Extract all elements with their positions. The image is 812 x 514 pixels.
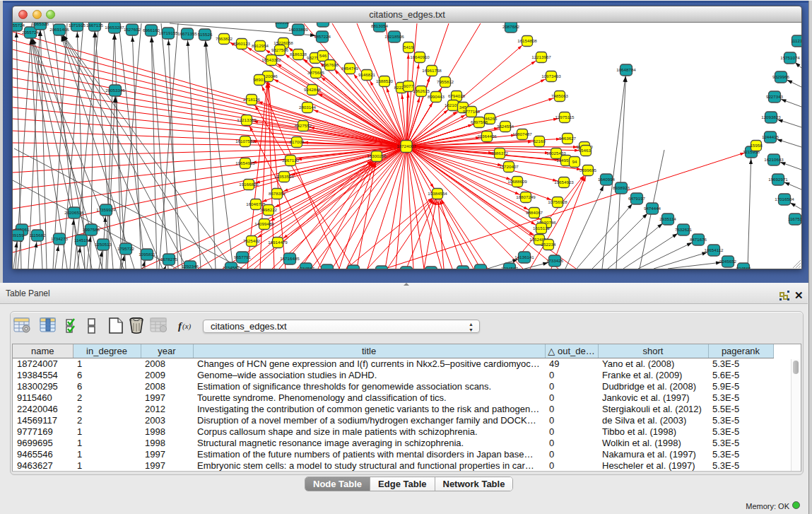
svg-text:12975115: 12975115 bbox=[555, 115, 575, 119]
svg-text:19654925: 19654925 bbox=[235, 160, 255, 165]
svg-text:12213967: 12213967 bbox=[531, 54, 551, 59]
svg-text:15751074: 15751074 bbox=[780, 55, 800, 60]
svg-text:62160: 62160 bbox=[533, 139, 546, 144]
svg-text:9474444: 9474444 bbox=[644, 206, 661, 211]
svg-text:14136141: 14136141 bbox=[514, 255, 534, 259]
svg-text:114519: 114519 bbox=[74, 238, 89, 243]
svg-text:8678352: 8678352 bbox=[269, 191, 286, 196]
svg-text:10648784: 10648784 bbox=[616, 67, 636, 72]
svg-text:7857224: 7857224 bbox=[314, 34, 331, 39]
svg-text:1234567: 1234567 bbox=[501, 266, 519, 269]
svg-text:7986372: 7986372 bbox=[491, 151, 509, 156]
svg-text:19166825: 19166825 bbox=[239, 182, 259, 187]
svg-text:7663822: 7663822 bbox=[216, 36, 233, 41]
svg-text:98901: 98901 bbox=[253, 77, 266, 82]
svg-text:1234567: 1234567 bbox=[345, 268, 363, 269]
svg-text:7485063: 7485063 bbox=[551, 93, 569, 98]
svg-text:15226058: 15226058 bbox=[273, 40, 293, 45]
svg-text:10654112: 10654112 bbox=[704, 247, 724, 252]
svg-text:6897568: 6897568 bbox=[471, 119, 488, 124]
svg-text:16543362: 16543362 bbox=[261, 57, 281, 62]
svg-text:1065328: 1065328 bbox=[32, 23, 49, 26]
svg-text:2718126: 2718126 bbox=[243, 97, 261, 102]
svg-text:1615132: 1615132 bbox=[533, 226, 551, 230]
svg-text:17359924: 17359924 bbox=[96, 207, 116, 212]
svg-text:9777169: 9777169 bbox=[463, 109, 481, 114]
svg-text:9327506: 9327506 bbox=[271, 47, 289, 52]
svg-text:9245652: 9245652 bbox=[719, 259, 737, 264]
svg-text:18807249: 18807249 bbox=[516, 194, 536, 199]
svg-text:785722: 785722 bbox=[316, 23, 331, 23]
svg-text:16046795: 16046795 bbox=[246, 201, 266, 206]
svg-text:12093823: 12093823 bbox=[761, 115, 781, 119]
svg-text:20691406: 20691406 bbox=[49, 27, 69, 32]
svg-text:1588520: 1588520 bbox=[376, 78, 394, 83]
svg-text:12213369: 12213369 bbox=[237, 117, 257, 122]
svg-text:1115682: 1115682 bbox=[29, 233, 46, 238]
svg-text:8813054: 8813054 bbox=[371, 23, 389, 28]
svg-text:1667135: 1667135 bbox=[86, 23, 104, 28]
svg-text:9242848: 9242848 bbox=[304, 87, 322, 92]
svg-text:8471676: 8471676 bbox=[690, 237, 707, 242]
svg-text:1250513: 1250513 bbox=[95, 242, 112, 247]
svg-text:8912954: 8912954 bbox=[252, 43, 269, 48]
svg-text:515526: 515526 bbox=[198, 32, 213, 37]
svg-text:2055724: 2055724 bbox=[22, 30, 40, 35]
svg-text:15958: 15958 bbox=[750, 143, 763, 148]
svg-text:1678275: 1678275 bbox=[160, 257, 178, 262]
svg-text:8938923: 8938923 bbox=[613, 185, 630, 190]
svg-text:10719155: 10719155 bbox=[158, 30, 178, 35]
svg-text:39159: 39159 bbox=[13, 233, 24, 238]
svg-text:546: 546 bbox=[319, 53, 327, 58]
svg-text:2055724: 2055724 bbox=[13, 23, 25, 28]
svg-text:116753: 116753 bbox=[788, 216, 801, 221]
svg-text:2967608: 2967608 bbox=[322, 62, 339, 67]
svg-text:1234567: 1234567 bbox=[319, 267, 336, 269]
svg-text:9657791: 9657791 bbox=[234, 255, 252, 259]
svg-text:0699695: 0699695 bbox=[579, 168, 597, 173]
svg-text:1095811: 1095811 bbox=[139, 252, 155, 257]
svg-text:7632621: 7632621 bbox=[675, 227, 693, 232]
svg-text:3997586: 3997586 bbox=[83, 227, 100, 232]
svg-text:8454749: 8454749 bbox=[341, 66, 359, 71]
svg-text:7625402: 7625402 bbox=[243, 238, 261, 243]
svg-text:(x): (x) bbox=[182, 322, 192, 331]
svg-text:1234567: 1234567 bbox=[223, 265, 240, 269]
svg-text:7955812: 7955812 bbox=[437, 79, 454, 84]
svg-text:10025433: 10025433 bbox=[546, 151, 566, 156]
svg-text:1292346: 1292346 bbox=[182, 264, 199, 269]
svg-text:16107552: 16107552 bbox=[235, 139, 255, 144]
svg-text:3624554: 3624554 bbox=[497, 124, 514, 129]
svg-text:1640994: 1640994 bbox=[598, 177, 616, 182]
svg-text:6966160: 6966160 bbox=[143, 28, 160, 33]
svg-text:2935114: 2935114 bbox=[659, 216, 676, 221]
svg-text:15720407: 15720407 bbox=[499, 164, 519, 169]
svg-text:817004: 817004 bbox=[290, 139, 305, 144]
svg-text:6794028: 6794028 bbox=[448, 93, 466, 98]
svg-text:18724007: 18724007 bbox=[396, 144, 416, 148]
svg-text:8960123: 8960123 bbox=[233, 41, 251, 46]
svg-text:16033809: 16033809 bbox=[288, 27, 308, 32]
svg-text:1244415: 1244415 bbox=[762, 134, 779, 139]
svg-text:20364436: 20364436 bbox=[477, 134, 497, 139]
svg-text:160338: 160338 bbox=[275, 23, 290, 25]
svg-text:111218: 111218 bbox=[791, 38, 801, 43]
svg-text:3498222: 3498222 bbox=[260, 207, 278, 212]
svg-text:1733426: 1733426 bbox=[546, 258, 564, 263]
svg-text:10807487: 10807487 bbox=[512, 132, 532, 136]
svg-text:1362615: 1362615 bbox=[413, 88, 430, 93]
svg-text:1795722: 1795722 bbox=[117, 246, 135, 251]
svg-text:9463627: 9463627 bbox=[559, 136, 577, 141]
svg-text:1234567: 1234567 bbox=[298, 266, 315, 269]
svg-text:16961758: 16961758 bbox=[422, 68, 442, 73]
svg-text:12353594: 12353594 bbox=[274, 174, 294, 179]
svg-text:1071915: 1071915 bbox=[69, 23, 86, 28]
svg-text:19218506: 19218506 bbox=[384, 34, 404, 39]
svg-text:18640910: 18640910 bbox=[410, 54, 430, 59]
svg-text:2803144: 2803144 bbox=[299, 105, 317, 110]
svg-text:924565: 924565 bbox=[736, 266, 751, 269]
svg-text:94: 94 bbox=[572, 159, 577, 164]
svg-text:9146821: 9146821 bbox=[358, 72, 376, 77]
svg-text:1234567: 1234567 bbox=[472, 267, 490, 269]
svg-text:9077: 9077 bbox=[404, 83, 413, 88]
